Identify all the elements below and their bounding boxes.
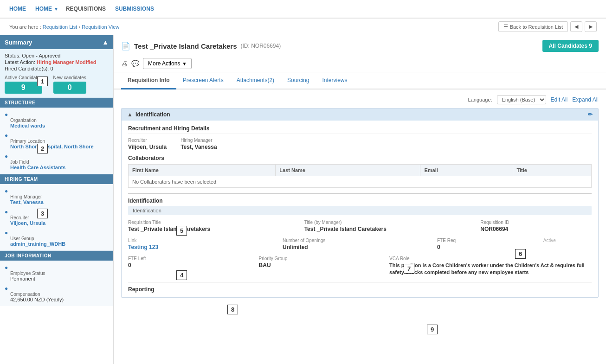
reporting-label: Reporting [128,282,592,293]
breadcrumb-link1[interactable]: Requisition List [43,24,77,30]
compensation-label: Compensation [10,292,109,297]
nav-home[interactable]: HOME [9,6,26,12]
language-select[interactable]: English (Base) [497,95,546,104]
title-by-manager-value: Test _Private Island Caretakers [304,226,471,232]
hiring-team-item-2: ● User Group admin_training_WDHB [5,230,109,247]
priority-group-field: Priority Group BAU [259,256,380,276]
collapse-triangle[interactable]: ▲ [127,111,133,118]
more-actions-arrow: ▼ [182,61,187,66]
tab-prescreen[interactable]: Prescreen Alerts [176,72,230,89]
hired-line: Hired Candidate(s): 0 [5,66,109,71]
req-id-field: Requisition ID NOR06694 [480,220,592,232]
req-title-label: Requisition Title [128,220,295,225]
collab-header-firstname: First Name [129,165,276,176]
collab-header-email: Email [420,165,513,176]
structure-item-0-value[interactable]: Medical wards [10,123,109,128]
back-to-list-button[interactable]: ☰ Back to Requisition List [498,21,568,32]
active-candidates-box: Active Candidates 9 [5,75,42,94]
status-line: Status: Open - Approved [5,53,109,58]
active-label-field: Active [543,238,592,244]
sidebar: Summary ▲ Status: Open - Approved Latest… [0,35,114,364]
fte-req-value: 0 [437,244,534,250]
collab-header-lastname: Last Name [276,165,420,176]
hiring-team-item-1: ● Recruiter Viljoen, Ursula [5,209,109,226]
req-title-value: Test _Private Island Caretakers [128,226,295,232]
tab-interviews[interactable]: Interviews [316,72,354,89]
content-toolbar: 🖨 💬 More Actions ▼ [114,55,606,72]
new-candidates-label: New candidates [53,75,86,80]
hiring-manager-field: Hiring Manager Test, Vanessa [181,138,217,150]
print-icon[interactable]: 🖨 [121,60,128,67]
recruiter-field-label: Recruiter [128,138,167,143]
summary-status-block: Status: Open - Approved Latest Action: H… [0,49,113,98]
nav-home-label[interactable]: HOME [35,6,52,12]
doc-icon: 📄 [121,42,130,51]
list-icon: ☰ [503,24,508,30]
expand-all-link[interactable]: Expand All [572,96,599,103]
structure-items: ● Organization Medical wards ● Primary L… [0,108,113,174]
hiring-manager-field-value: Test, Vanessa [181,144,217,150]
structure-item-2-value[interactable]: Health Care Assistants [10,165,109,170]
breadcrumb-prefix: You are here : [9,24,41,30]
content-area: 📄 Test _Private Island Caretakers (ID: N… [114,35,606,364]
recruiter-field-value: Viljoen, Ursula [128,144,167,150]
identification-header: ▲ Identification ✏ [122,109,598,121]
structure-item-0-label: Organization [10,118,109,123]
structure-item-1: ● Primary Location North Shore Hospital,… [5,132,109,149]
identification-body: Recruitment and Hiring Details Recruiter… [122,121,598,297]
more-actions-button[interactable]: More Actions ▼ [143,58,192,69]
req-id: (ID: NOR06694) [241,43,281,49]
hiring-team-items: ● Hiring Manager Test, Vanessa ● Recruit… [0,184,113,251]
nav-submissions[interactable]: SUBMISSIONS [115,6,154,12]
vca-role-value: This position is a Core Children's worke… [389,262,592,276]
req-title: Test _Private Island Caretakers [134,42,237,50]
num-openings-field: Number of Openings Unlimited [283,238,428,250]
recruitment-subtitle: Recruitment and Hiring Details [128,125,592,134]
req-id-value: NOR06694 [480,226,592,232]
chat-icon[interactable]: 💬 [131,60,139,67]
summary-collapse-icon[interactable]: ▲ [102,38,109,46]
ident-inner-header-bar: Identification [128,206,592,215]
fte-req-label: FTE Req [437,238,534,243]
fte-req-field: FTE Req 0 [437,238,534,250]
breadcrumb-link2[interactable]: Requisition View [82,24,119,30]
tab-sourcing[interactable]: Sourcing [281,72,316,89]
hiring-team-item-0: ● Hiring Manager Test, Vanessa [5,188,109,205]
tab-req-info[interactable]: Requisition Info [121,72,176,89]
active-candidates-label: Active Candidates [5,75,42,80]
structure-item-1-value[interactable]: North Shore Hospital, North Shore [10,144,109,149]
vca-role-label: VCA Role [389,256,592,261]
next-button[interactable]: ▶ [585,21,597,32]
hired-value: 0 [50,66,53,71]
latest-action-label: Latest Action: [5,59,35,65]
title-by-manager-label: Title (by Manager) [304,220,471,225]
content-header: 📄 Test _Private Island Caretakers (ID: N… [114,35,606,55]
employee-status-value: Permanent [10,276,109,281]
hiring-manager-value[interactable]: Test, Vanessa [10,199,109,205]
fte-left-row: FTE Left 0 Priority Group BAU VCA Role T… [128,256,592,276]
active-candidates-count[interactable]: 9 [5,82,42,94]
latest-action-value: Hiring Manager Modified [37,59,96,65]
all-candidates-button[interactable]: All Candidates 9 [542,40,599,52]
tab-content: Language: English (Base) Edit All Expand… [114,89,606,307]
new-candidates-count[interactable]: 0 [53,82,86,94]
user-group-value[interactable]: admin_training_WDHB [10,241,109,247]
job-info-items: ● Employee Status Permanent ● Compensati… [0,261,113,306]
tab-attachments[interactable]: Attachments(2) [230,72,281,89]
employee-status-label: Employee Status [10,271,109,276]
identification-section: ▲ Identification ✏ Recruitment and Hirin… [121,108,599,298]
job-info-header: JOB INFORMATION [0,251,113,261]
recruiter-value[interactable]: Viljoen, Ursula [10,220,109,226]
collaborators-table: First Name Last Name Email Title No Coll… [128,164,592,188]
edit-all-link[interactable]: Edit All [551,96,568,103]
main-layout: Summary ▲ Status: Open - Approved Latest… [0,35,606,364]
user-group-label: User Group [10,236,109,241]
structure-header: STRUCTURE [0,98,113,108]
structure-item-1-label: Primary Location [10,139,109,144]
link-value[interactable]: Testing 123 [128,244,158,250]
edit-pencil-icon[interactable]: ✏ [588,111,593,118]
job-info-item-1: ● Compensation 42,650.00 NZD (Yearly) [5,285,109,302]
prev-button[interactable]: ◀ [570,21,582,32]
nav-requisitions[interactable]: REQUISITIONS [66,6,106,12]
structure-item-2: ● Job Field Health Care Assistants [5,153,109,170]
